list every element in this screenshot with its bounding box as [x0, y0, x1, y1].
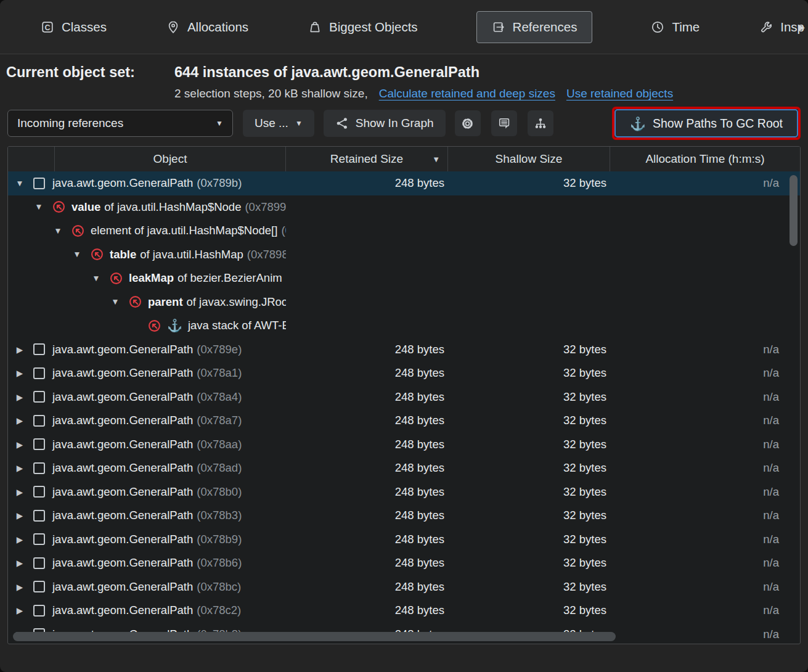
use-button[interactable]: Use ... ▼ [243, 110, 314, 137]
gc-root-anchor-icon: ⚓ [167, 319, 182, 332]
horizontal-scrollbar-thumb[interactable] [13, 632, 616, 641]
column-header-allocation-time[interactable]: Allocation Time (h:m:s) [610, 147, 800, 171]
table-row[interactable]: ▶ java.awt.geom.GeneralPath (0x78b6) 248… [8, 551, 800, 575]
use-retained-objects-link[interactable]: Use retained objects [566, 87, 673, 100]
allocation-time-value: n/a [610, 485, 800, 499]
expander-icon[interactable]: ▼ [110, 297, 121, 306]
expander-icon[interactable]: ▶ [14, 345, 25, 354]
show-paths-to-gc-root-button[interactable]: ⚓ Show Paths To GC Root [614, 109, 798, 137]
object-label: java.awt.geom.GeneralPath [52, 366, 193, 380]
vertical-scrollbar-thumb[interactable] [790, 175, 798, 246]
field-name: table [110, 248, 136, 261]
expander-icon[interactable]: ▶ [14, 440, 25, 449]
object-tree-cell: ▼ table of java.util.HashMap (0x7898) [8, 248, 286, 261]
tab-classes[interactable]: C Classes [39, 12, 108, 43]
expander-icon[interactable]: ▶ [14, 582, 25, 592]
object-tree-cell: ▶ java.awt.geom.GeneralPath (0x78b6) [8, 556, 286, 570]
table-row[interactable]: ▼ java.awt.geom.GeneralPath (0x789b) 248… [8, 171, 800, 195]
show-in-graph-label: Show In Graph [356, 117, 434, 130]
object-tree-cell: ▼ parent of javax.swing.JRootPane (decla… [8, 295, 286, 309]
object-tree-cell: ▼ leakMap of bezier.BezierAnim (0x63fc) [8, 271, 286, 285]
table-row[interactable]: ▶ java.awt.geom.GeneralPath (0x789e) 248… [8, 338, 800, 362]
column-header-retained-size[interactable]: Retained Size ▼ [286, 147, 448, 171]
retained-size-value: 248 bytes [286, 533, 448, 546]
row-checkbox[interactable] [33, 415, 45, 427]
tab-biggest-objects[interactable]: Biggest Objects [307, 12, 419, 43]
column-header-shallow-size[interactable]: Shallow Size [448, 147, 610, 171]
table-row[interactable]: ▶ java.awt.geom.GeneralPath (0x78a4) 248… [8, 385, 800, 409]
table-row[interactable]: ▶ java.awt.geom.GeneralPath (0x78b3) 248… [8, 504, 800, 528]
expander-icon[interactable]: ▼ [33, 202, 44, 211]
expander-icon[interactable]: ▼ [71, 250, 83, 259]
object-tree-cell: ⚓ java stack of AWT-EventQueue-0 in java… [8, 319, 286, 332]
expander-icon[interactable]: ▼ [14, 179, 25, 188]
object-id: (0x78a4) [197, 390, 242, 404]
column-header-select[interactable] [8, 147, 55, 171]
expander-icon[interactable]: ▶ [14, 392, 25, 402]
allocation-time-value: n/a [610, 556, 800, 570]
row-checkbox[interactable] [33, 178, 45, 189]
table-row[interactable]: ▶ java.awt.geom.GeneralPath (0x78b0) 248… [8, 480, 800, 504]
references-toolbar: Incoming references ▼ Use ... ▼ Show In … [0, 109, 808, 138]
tab-time[interactable]: Time [650, 12, 701, 43]
row-checkbox[interactable] [33, 462, 45, 474]
expander-icon[interactable]: ▶ [14, 510, 25, 520]
row-checkbox[interactable] [33, 343, 45, 355]
row-checkbox[interactable] [33, 533, 45, 545]
row-checkbox[interactable] [33, 605, 45, 617]
reference-type-select[interactable]: Incoming references ▼ [7, 110, 233, 137]
table-row[interactable]: ▼ leakMap of bezier.BezierAnim (0x63fc) [8, 266, 800, 290]
row-checkbox[interactable] [33, 391, 45, 403]
row-checkbox[interactable] [33, 486, 45, 498]
table-row[interactable]: ▶ java.awt.geom.GeneralPath (0x78b9) 248… [8, 528, 800, 552]
object-label: java.awt.geom.GeneralPath [52, 485, 193, 499]
expander-icon[interactable]: ▶ [14, 463, 25, 473]
anchor-icon: ⚓ [630, 117, 646, 130]
table-row[interactable]: ▼ parent of javax.swing.JRootPane (decla… [8, 290, 800, 314]
retained-size-value: 248 bytes [286, 366, 448, 380]
expander-icon[interactable]: ▶ [14, 487, 25, 497]
row-checkbox[interactable] [33, 581, 45, 592]
object-id: (0x789b) [197, 176, 242, 190]
object-label: java.awt.geom.GeneralPath [52, 533, 193, 546]
table-row[interactable]: ▼ table of java.util.HashMap (0x7898) [8, 243, 800, 267]
expander-icon[interactable]: ▼ [52, 226, 63, 236]
row-checkbox[interactable] [33, 510, 45, 522]
table-row[interactable]: ▶ java.awt.geom.GeneralPath (0x78aa) 248… [8, 433, 800, 457]
calculate-retained-sizes-link[interactable]: Calculate retained and deep sizes [379, 87, 555, 100]
allocation-time-value: n/a [610, 343, 800, 356]
tab-overflow-icon[interactable]: ▶ [798, 22, 805, 32]
object-id: (0x78aa) [197, 438, 242, 451]
object-id: (0x7898) [247, 248, 286, 261]
table-row[interactable]: ⚓ java stack of AWT-EventQueue-0 in java… [8, 314, 800, 338]
show-in-graph-button[interactable]: Show In Graph [324, 110, 446, 137]
table-row[interactable]: ▼ element of java.util.HashMap$Node[] (0… [8, 219, 800, 243]
row-checkbox[interactable] [33, 367, 45, 379]
current-object-set-summary: Current object set: 644 instances of jav… [0, 54, 808, 109]
expander-icon[interactable]: ▶ [14, 416, 25, 425]
table-row[interactable]: ▶ java.awt.geom.GeneralPath (0x78a7) 248… [8, 409, 800, 433]
table-row[interactable]: ▶ java.awt.geom.GeneralPath (0x78c2) 248… [8, 599, 800, 623]
annotations-button[interactable] [491, 110, 517, 136]
shallow-size-value: 32 bytes [448, 390, 610, 404]
tree-view-button[interactable] [528, 110, 553, 136]
expander-icon[interactable]: ▶ [14, 368, 25, 378]
incoming-reference-icon [91, 248, 104, 261]
table-row[interactable]: ▶ java.awt.geom.GeneralPath (0x78ad) 248… [8, 456, 800, 480]
column-header-object[interactable]: Object [55, 147, 286, 171]
field-name: parent [148, 295, 183, 309]
shallow-size-value: 32 bytes [448, 461, 610, 475]
expander-icon[interactable]: ▶ [14, 605, 25, 615]
table-row[interactable]: ▶ java.awt.geom.GeneralPath (0x78bc) 248… [8, 575, 800, 599]
expander-icon[interactable]: ▶ [14, 535, 25, 544]
row-checkbox[interactable] [33, 438, 45, 450]
allocation-time-value: n/a [610, 176, 800, 190]
expander-icon[interactable]: ▼ [91, 274, 102, 283]
tab-references[interactable]: References [476, 11, 593, 43]
expander-icon[interactable]: ▶ [14, 558, 25, 568]
table-row[interactable]: ▼ value of java.util.HashMap$Node (0x789… [8, 195, 800, 219]
tab-allocations[interactable]: Allocations [165, 12, 250, 43]
settings-button[interactable] [455, 110, 481, 136]
row-checkbox[interactable] [33, 557, 45, 569]
table-row[interactable]: ▶ java.awt.geom.GeneralPath (0x78a1) 248… [8, 361, 800, 385]
